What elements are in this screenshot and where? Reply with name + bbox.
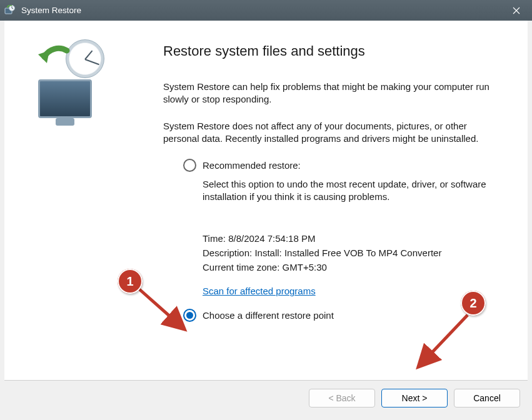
recommended-restore-label: Recommended restore: [203, 160, 301, 171]
wizard-artwork [23, 38, 111, 126]
restore-time-row: Time: 8/8/2024 7:54:18 PM [183, 231, 496, 246]
wizard-footer: < Back Next > Cancel [4, 380, 528, 416]
window-title: System Restore [21, 6, 501, 15]
restore-tz-value: GMT+5:30 [283, 262, 327, 272]
annotation-badge-2: 2 [461, 291, 486, 316]
cancel-button[interactable]: Cancel [454, 389, 520, 408]
radio-unchecked-icon [183, 159, 196, 172]
restore-time-value: 8/8/2024 7:54:18 PM [228, 233, 315, 244]
restore-desc-label: Description: [203, 248, 254, 258]
radio-checked-icon [183, 309, 196, 322]
scan-affected-programs-link[interactable]: Scan for affected programs [183, 286, 316, 296]
restore-tz-row: Current time zone: GMT+5:30 [183, 260, 496, 274]
restore-icon [4, 4, 16, 17]
wizard-body: Restore system files and settings System… [4, 21, 528, 380]
restore-time-label: Time: [203, 233, 228, 244]
close-icon [513, 7, 520, 14]
restore-tz-label: Current time zone: [203, 262, 283, 272]
intro-para-2: System Restore does not affect any of yo… [163, 120, 496, 146]
restore-desc-value: Install: Installed Free VOB To MP4 Conve… [254, 248, 441, 258]
titlebar: System Restore [0, 0, 532, 21]
wizard-sidebar [4, 21, 129, 380]
wizard-main: Restore system files and settings System… [129, 21, 528, 380]
choose-different-point-label: Choose a different restore point [203, 310, 334, 321]
choose-different-point-option[interactable]: Choose a different restore point [183, 309, 496, 322]
back-button: < Back [309, 389, 375, 408]
recommended-restore-option[interactable]: Recommended restore: [183, 159, 496, 172]
next-button[interactable]: Next > [381, 389, 448, 408]
recommended-restore-description: Select this option to undo the most rece… [183, 178, 496, 204]
page-heading: Restore system files and settings [163, 43, 496, 59]
close-button[interactable] [501, 0, 532, 21]
restore-desc-row: Description: Install: Installed Free VOB… [183, 246, 496, 260]
options-block: Recommended restore: Select this option … [163, 159, 496, 322]
intro-para-1: System Restore can help fix problems tha… [163, 81, 496, 106]
svg-marker-3 [38, 51, 49, 63]
annotation-badge-1: 1 [118, 269, 143, 294]
